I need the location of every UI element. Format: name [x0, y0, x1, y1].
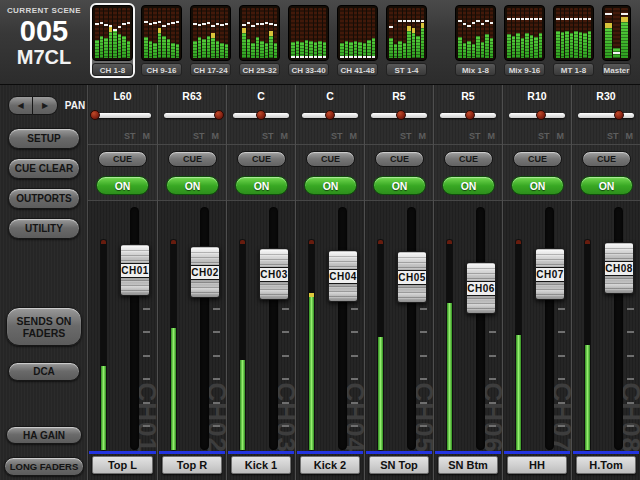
on-button[interactable]: ON	[235, 176, 288, 195]
long-faders-button[interactable]: LONG FADERS	[4, 457, 84, 476]
fader-handle[interactable]: CH01	[120, 244, 150, 296]
fader-scale-tick	[489, 402, 496, 404]
channel-name[interactable]: HH	[507, 456, 567, 474]
fader-scale-tick	[627, 378, 634, 380]
cue-button[interactable]: CUE	[582, 151, 631, 167]
fader-handle[interactable]: CH02	[190, 246, 220, 298]
next-mode-button[interactable]: ▶	[33, 96, 58, 115]
fader-handle[interactable]: CH03	[259, 248, 289, 300]
cue-button[interactable]: CUE	[98, 151, 147, 167]
channel-name[interactable]: Kick 2	[300, 456, 360, 474]
nav-tab-ch-41-48[interactable]: CH 41-48	[335, 3, 380, 78]
pan-knob[interactable]	[325, 110, 335, 120]
pan-knob[interactable]	[396, 110, 406, 120]
fader-scale-tick	[558, 355, 565, 357]
fader-position-mark	[516, 18, 520, 20]
outports-button[interactable]: OUTPORTS	[8, 188, 80, 209]
fader-handle[interactable]: CH05	[397, 251, 427, 303]
channel-name[interactable]: H.Tom	[576, 456, 636, 474]
fader-position-mark	[162, 25, 166, 27]
meter-bar	[296, 8, 300, 58]
on-button[interactable]: ON	[580, 176, 633, 195]
fader-position-mark	[100, 22, 104, 24]
meter-level	[472, 44, 476, 58]
meter-bar	[318, 8, 322, 58]
cue-button[interactable]: CUE	[375, 151, 424, 167]
pan-knob[interactable]	[256, 110, 266, 120]
meter-level	[100, 36, 104, 58]
cue-button[interactable]: CUE	[306, 151, 355, 167]
pan-slider[interactable]	[302, 113, 358, 118]
meter-peak-segment	[605, 23, 612, 28]
ha-gain-button[interactable]: HA GAIN	[6, 426, 82, 444]
nav-tab-ch-9-16[interactable]: CH 9-16	[139, 3, 184, 78]
pan-slider[interactable]	[578, 113, 634, 118]
fader-position-mark	[583, 18, 587, 20]
channel-name[interactable]: Top R	[162, 456, 222, 474]
on-button[interactable]: ON	[511, 176, 564, 195]
pan-slider[interactable]	[164, 113, 220, 118]
nav-tab-mt-1-8[interactable]: MT 1-8	[551, 3, 596, 78]
fader-track[interactable]	[407, 207, 416, 450]
channel-name[interactable]: SN Top	[369, 456, 429, 474]
nav-tab-ch-17-24[interactable]: CH 17-24	[188, 3, 233, 78]
meter-peak-segment	[158, 28, 162, 33]
on-button[interactable]: ON	[373, 176, 426, 195]
pan-slider[interactable]	[440, 113, 496, 118]
meter-peak-segment	[421, 23, 425, 28]
cue-button[interactable]: CUE	[237, 151, 286, 167]
on-button[interactable]: ON	[166, 176, 219, 195]
nav-tab-st-1-4[interactable]: ST 1-4	[384, 3, 429, 78]
cue-clear-button[interactable]: CUE CLEAR	[8, 158, 80, 179]
fader-scale-tick	[489, 331, 496, 333]
pan-slider[interactable]	[233, 113, 289, 118]
pan-slider[interactable]	[371, 113, 427, 118]
fader-handle[interactable]: CH04	[328, 250, 358, 302]
meter-level	[534, 37, 538, 58]
pan-knob[interactable]	[465, 110, 475, 120]
nav-tab-label: CH 17-24	[190, 63, 231, 76]
fader-handle[interactable]: CH08	[604, 242, 634, 294]
meter-bar	[216, 8, 220, 58]
fader-track[interactable]	[476, 207, 485, 450]
prev-mode-button[interactable]: ◀	[8, 96, 33, 115]
dca-button[interactable]: DCA	[8, 362, 80, 381]
fader-track[interactable]	[338, 207, 347, 450]
setup-button[interactable]: SETUP	[8, 128, 80, 149]
nav-tab-ch-33-40[interactable]: CH 33-40	[286, 3, 331, 78]
meter-bar	[358, 8, 362, 58]
nav-tab-mix-1-8[interactable]: Mix 1-8	[453, 3, 498, 78]
pan-knob[interactable]	[614, 110, 624, 120]
pan-slider[interactable]	[94, 113, 151, 118]
fader-track[interactable]	[200, 207, 209, 450]
channel-name[interactable]: Top L	[92, 456, 153, 474]
utility-button[interactable]: UTILITY	[8, 218, 80, 239]
nav-tab-ch-1-8[interactable]: CH 1-8	[90, 3, 135, 78]
fader-position-mark	[490, 22, 494, 24]
nav-tab-master[interactable]: Master	[600, 3, 633, 78]
fader-position-mark	[476, 20, 480, 22]
fader-track[interactable]	[269, 207, 278, 450]
cue-button[interactable]: CUE	[168, 151, 217, 167]
pan-knob[interactable]	[214, 110, 224, 120]
pan-slider[interactable]	[509, 113, 565, 118]
on-button[interactable]: ON	[96, 176, 149, 195]
fader-track[interactable]	[545, 207, 554, 450]
channel-name[interactable]: SN Btm	[438, 456, 498, 474]
on-button[interactable]: ON	[304, 176, 357, 195]
mode-label: PAN	[64, 96, 86, 115]
nav-tab-mix-9-16[interactable]: Mix 9-16	[502, 3, 547, 78]
pan-knob[interactable]	[90, 110, 100, 120]
sends-on-faders-button[interactable]: SENDS ON FADERS	[6, 307, 82, 346]
channel-name[interactable]: Kick 1	[231, 456, 291, 474]
nav-tab-ch-25-32[interactable]: CH 25-32	[237, 3, 282, 78]
meter-level-fill	[378, 337, 383, 450]
fader-handle[interactable]: CH07	[535, 248, 565, 300]
fader-handle[interactable]: CH06	[466, 262, 496, 314]
separator	[503, 200, 571, 201]
cue-button[interactable]: CUE	[444, 151, 493, 167]
cue-button[interactable]: CUE	[513, 151, 562, 167]
meter-bar	[95, 8, 99, 58]
on-button[interactable]: ON	[442, 176, 495, 195]
pan-knob[interactable]	[536, 110, 546, 120]
